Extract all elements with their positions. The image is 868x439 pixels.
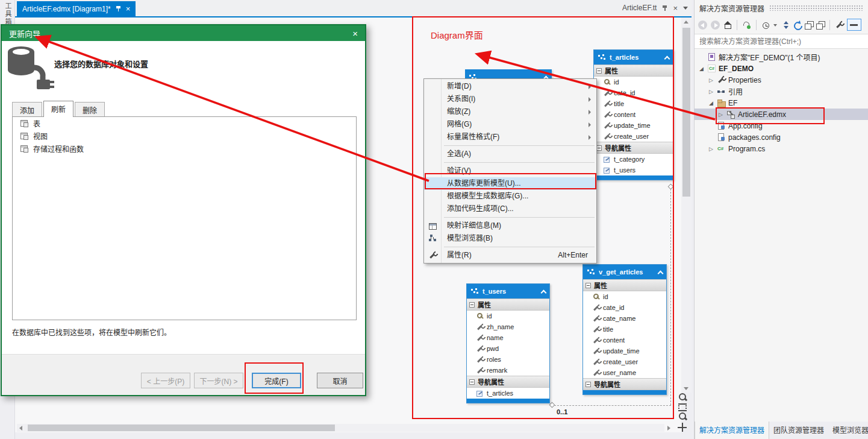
property-row[interactable]: id <box>583 291 666 302</box>
property-row[interactable]: user_name <box>583 367 666 378</box>
navigation-section-header[interactable]: 导航属性 <box>583 378 666 390</box>
tree-item[interactable]: packages.config <box>695 131 868 143</box>
cancel-button[interactable]: 取消 <box>317 373 363 388</box>
tool-window-tab[interactable]: 解决方案资源管理器 <box>695 422 769 439</box>
context-menu-item[interactable] <box>424 144 596 148</box>
scroll-left-icon[interactable] <box>19 426 22 431</box>
toolbar-icon[interactable] <box>711 21 720 30</box>
search-input[interactable] <box>695 34 868 48</box>
wizard-tab[interactable]: 添加 <box>12 102 42 117</box>
property-row[interactable]: update_time <box>583 346 666 356</box>
expander-icon[interactable]: ▷ <box>717 112 724 118</box>
context-menu-item[interactable]: 关系图(I) <box>424 93 596 106</box>
navigation-section-header[interactable]: 导航属性 <box>594 142 673 154</box>
context-menu-item[interactable]: 属性(R) Alt+Enter <box>424 249 596 262</box>
zoom-fit-icon[interactable] <box>678 403 687 411</box>
property-row[interactable]: roles <box>467 354 549 365</box>
context-menu-item[interactable]: 全选(A) <box>424 148 596 160</box>
context-menu-item[interactable]: 映射详细信息(M) <box>424 220 596 232</box>
scrollbar-thumb[interactable] <box>28 425 335 431</box>
expander-icon[interactable]: ▷ <box>708 146 714 152</box>
database-object-item[interactable]: 存储过程和函数 <box>13 142 356 155</box>
entity-header[interactable]: t_users <box>467 284 549 298</box>
scrollbar-thumb[interactable] <box>682 28 690 197</box>
toolbar-icon[interactable] <box>756 20 757 30</box>
pin-icon[interactable] <box>662 5 667 11</box>
toolbar-icon[interactable] <box>835 21 843 29</box>
navigation-section-header[interactable]: 导航属性 <box>467 376 549 388</box>
properties-section-header[interactable]: 属性 <box>583 279 666 291</box>
property-row[interactable]: name <box>467 332 549 343</box>
vertical-scrollbar[interactable] <box>681 17 692 393</box>
next-button[interactable]: 下一步(N) > <box>194 373 243 388</box>
context-menu-item[interactable]: 新增(D) <box>424 80 596 93</box>
entity-header[interactable]: v_get_articles <box>583 265 666 279</box>
toolbar-icon[interactable] <box>793 21 801 29</box>
scroll-right-icon[interactable] <box>667 426 670 431</box>
expander-icon[interactable]: ▷ <box>708 77 714 83</box>
toolbar-icon[interactable] <box>805 21 813 29</box>
entity-v-get-articles[interactable]: v_get_articles 属性 id cate_id cate_name <box>582 264 667 395</box>
property-row[interactable]: title <box>583 324 666 335</box>
navigation-row[interactable]: t_articles <box>467 388 549 399</box>
property-row[interactable]: pwd <box>467 343 549 354</box>
previous-button[interactable]: < 上一步(P) <box>141 373 190 388</box>
collapse-minus-icon[interactable] <box>596 68 602 74</box>
collapse-minus-icon[interactable] <box>469 302 475 308</box>
properties-section-header[interactable]: 属性 <box>594 65 673 77</box>
zoom-out-icon[interactable] <box>678 412 687 421</box>
dialog-title-bar[interactable]: 更新向导 × <box>2 25 365 41</box>
toolbar-icon[interactable] <box>723 21 731 29</box>
properties-section-header[interactable]: 属性 <box>467 298 549 311</box>
context-menu-item[interactable]: 缩放(Z) <box>424 106 596 118</box>
collapse-chevron-icon[interactable] <box>541 289 547 295</box>
context-menu-item[interactable]: 标量属性格式(F) <box>424 131 596 144</box>
pan-tool-icon[interactable] <box>678 423 687 432</box>
property-row[interactable]: zh_name <box>467 321 549 332</box>
context-menu-item[interactable]: 从数据库更新模型(U)... <box>424 177 596 190</box>
chevron-down-icon[interactable] <box>683 7 688 10</box>
property-row[interactable]: cate_id <box>594 87 673 98</box>
tree-item[interactable]: ▷ 引用 <box>695 86 868 97</box>
tree-item[interactable]: 解决方案"EF_DEMO"(1 个项目) <box>695 51 868 63</box>
toolbar-icon[interactable] <box>743 21 751 29</box>
tree-item[interactable]: ◢ EF <box>695 97 868 109</box>
database-object-item[interactable]: 表 <box>13 117 356 130</box>
finish-button[interactable]: 完成(F) <box>252 373 301 388</box>
toolbar-icon[interactable] <box>847 19 861 31</box>
database-object-item[interactable]: 视图 <box>13 130 356 142</box>
toolbar-icon[interactable] <box>816 21 824 29</box>
tool-window-tab[interactable]: 团队资源管理器 <box>769 422 828 439</box>
toolbar-icon[interactable] <box>698 21 707 30</box>
collapse-chevron-icon[interactable] <box>658 270 664 276</box>
navigation-row[interactable]: t_category <box>594 154 673 165</box>
horizontal-scrollbar[interactable] <box>17 424 664 432</box>
collapse-minus-icon[interactable] <box>585 283 591 288</box>
collapse-minus-icon[interactable] <box>585 382 591 387</box>
toolbar-icon[interactable] <box>773 21 778 29</box>
context-menu-item[interactable] <box>424 215 596 220</box>
tree-item[interactable]: ▷ Program.cs <box>695 143 868 154</box>
property-row[interactable]: content <box>583 335 666 346</box>
search-box[interactable] <box>695 34 868 49</box>
context-menu-item[interactable]: 添加代码生成项(C)... <box>424 203 596 215</box>
context-menu-item[interactable]: 根据模型生成数据库(G)... <box>424 190 596 203</box>
tree-item[interactable]: App.config <box>695 120 868 131</box>
expander-icon[interactable]: ◢ <box>708 100 714 106</box>
expander-icon[interactable]: ◢ <box>698 66 705 72</box>
property-row[interactable]: create_user <box>594 131 673 142</box>
property-row[interactable]: content <box>594 109 673 120</box>
zoom-in-icon[interactable] <box>678 393 687 402</box>
property-row[interactable]: create_user <box>583 356 666 367</box>
close-icon[interactable]: × <box>126 5 131 13</box>
context-menu-item[interactable] <box>424 245 596 249</box>
expander-icon[interactable]: ▷ <box>708 89 714 95</box>
tree-item[interactable]: ◢ EF_DEMO <box>695 63 868 74</box>
context-menu-item[interactable] <box>424 160 596 165</box>
toolbar-icon[interactable] <box>762 21 770 29</box>
property-row[interactable]: cate_name <box>583 313 666 324</box>
toolbar-icon[interactable] <box>782 21 790 29</box>
toolbox-vertical-tab[interactable]: 工具箱 <box>3 2 13 26</box>
entity-header[interactable]: t_articles <box>594 50 673 65</box>
toolbar-icon[interactable] <box>737 20 737 30</box>
